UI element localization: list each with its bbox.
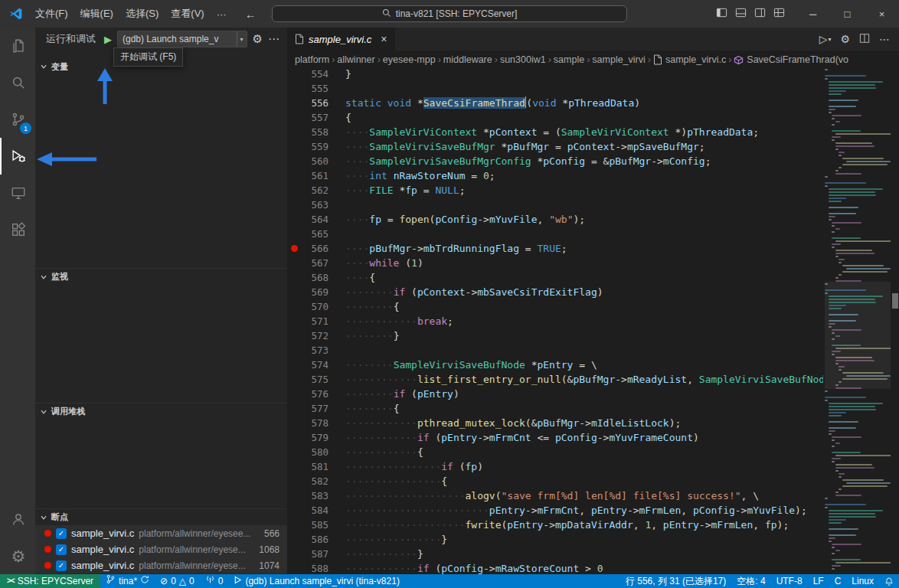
- code-line[interactable]: 563: [287, 198, 823, 212]
- code-line[interactable]: 583····················alogv("save frm[%…: [287, 488, 823, 503]
- breadcrumb-item[interactable]: sun300iw1: [500, 54, 546, 65]
- code-line[interactable]: 569········if (pContext->mbSaveCsiTrdExi…: [287, 285, 823, 299]
- breadcrumb-item[interactable]: platform: [295, 54, 329, 65]
- breakpoint-enabled-checkbox[interactable]: ✓: [56, 528, 67, 539]
- extensions-icon[interactable]: [0, 211, 35, 248]
- gutter[interactable]: [287, 241, 301, 256]
- editor-gear-icon[interactable]: ⚙: [840, 33, 850, 45]
- settings-gear-icon[interactable]: ⚙: [0, 537, 35, 574]
- toggle-secondary-sidebar-icon[interactable]: [754, 7, 766, 21]
- breakpoint-enabled-checkbox[interactable]: ✓: [56, 544, 67, 555]
- gutter[interactable]: [287, 299, 301, 314]
- command-center-search[interactable]: tina-v821 [SSH: EPYCServer]: [272, 5, 627, 22]
- gutter[interactable]: [287, 198, 301, 212]
- breakpoint-enabled-checkbox[interactable]: ✓: [56, 560, 67, 571]
- gutter[interactable]: [287, 372, 301, 387]
- run-and-debug-icon[interactable]: [0, 138, 35, 175]
- code-line[interactable]: 554}: [287, 69, 823, 81]
- gutter[interactable]: [287, 547, 301, 561]
- gutter[interactable]: [287, 314, 301, 328]
- code-line[interactable]: 567····while (1): [287, 256, 823, 270]
- code-line[interactable]: 574········SampleVirviSaveBufNode *pEntr…: [287, 358, 823, 372]
- code-line[interactable]: 579············if (pEntry->mFrmCnt <= pC…: [287, 430, 823, 445]
- code-line[interactable]: 580············{: [287, 445, 823, 459]
- tab-sample-virvi[interactable]: sample_virvi.c ×: [287, 28, 395, 51]
- breadcrumb-item[interactable]: sample_virvi: [592, 54, 645, 65]
- debug-config-select[interactable]: (gdb) Launch sample_v ▾: [117, 31, 247, 47]
- gutter[interactable]: [287, 154, 301, 168]
- minimap[interactable]: [825, 69, 891, 571]
- code-line[interactable]: 571············break;: [287, 314, 823, 328]
- gutter[interactable]: [287, 503, 301, 518]
- git-branch-indicator[interactable]: tina*: [100, 574, 155, 588]
- code-line[interactable]: 568····{: [287, 270, 823, 285]
- code-line[interactable]: 555: [287, 81, 823, 96]
- breadcrumb-item[interactable]: sample: [554, 54, 584, 65]
- remote-explorer-icon[interactable]: [0, 175, 35, 211]
- gutter[interactable]: [287, 139, 301, 154]
- code-line[interactable]: 588············if (pConfig->mRawStoreCou…: [287, 561, 823, 574]
- gutter[interactable]: [287, 212, 301, 227]
- gutter[interactable]: [287, 459, 301, 474]
- code-line[interactable]: 559····SampleVirviSaveBufMgr *pBufMgr = …: [287, 139, 823, 154]
- start-debugging-button[interactable]: ▶: [104, 34, 112, 45]
- customize-layout-icon[interactable]: [773, 7, 785, 21]
- gutter[interactable]: [287, 474, 301, 488]
- code-line[interactable]: 558····SampleVirViContext *pContext = (S…: [287, 125, 823, 139]
- gutter[interactable]: [287, 532, 301, 547]
- scrollbar[interactable]: [891, 69, 899, 574]
- source-control-icon[interactable]: 1: [0, 101, 35, 138]
- gutter[interactable]: [287, 168, 301, 183]
- code-line[interactable]: 578············pthread_mutex_lock(&pBufM…: [287, 416, 823, 430]
- gutter[interactable]: [287, 81, 301, 96]
- language-indicator[interactable]: C: [829, 574, 847, 588]
- code-line[interactable]: 577········{: [287, 401, 823, 416]
- code-line[interactable]: 562····FILE *fp = NULL;: [287, 183, 823, 198]
- menu-selection[interactable]: 选择(S): [119, 4, 165, 24]
- gutter[interactable]: [287, 518, 301, 532]
- gutter[interactable]: [287, 343, 301, 358]
- code-line[interactable]: 570········{: [287, 299, 823, 314]
- code-line[interactable]: 572········}: [287, 328, 823, 343]
- menu-more-menus[interactable]: ···: [211, 5, 233, 23]
- breadcrumb-item[interactable]: eyesee-mpp: [383, 54, 436, 65]
- breadcrumb-item[interactable]: allwinner: [337, 54, 374, 65]
- close-button[interactable]: ×: [865, 0, 899, 28]
- breakpoint-dot[interactable]: [291, 245, 298, 252]
- section-breakpoints[interactable]: 断点: [35, 508, 287, 525]
- explorer-icon[interactable]: [0, 28, 35, 64]
- code-editor[interactable]: 554}555556static void *SaveCsiFrameThrad…: [287, 69, 823, 574]
- minimize-button[interactable]: ─: [796, 0, 830, 28]
- gutter[interactable]: [287, 401, 301, 416]
- gutter[interactable]: [287, 96, 301, 110]
- notifications-bell-icon[interactable]: [879, 574, 899, 588]
- toggle-sidebar-icon[interactable]: [716, 7, 727, 21]
- tab-close-icon[interactable]: ×: [381, 33, 387, 45]
- gutter[interactable]: [287, 183, 301, 198]
- code-line[interactable]: 556static void *SaveCsiFrameThrad(void *…: [287, 96, 823, 110]
- split-editor-icon[interactable]: [859, 33, 870, 46]
- scrollbar-thumb[interactable]: [892, 293, 898, 309]
- code-line[interactable]: 566····pBufMgr->mbTrdRunningFlag = TRUE;: [287, 241, 823, 256]
- menu-file[interactable]: 文件(F): [29, 4, 74, 24]
- encoding-indicator[interactable]: UTF-8: [771, 574, 808, 588]
- remote-indicator[interactable]: >< SSH: EPYCServer: [0, 574, 100, 588]
- code-line[interactable]: 557{: [287, 110, 823, 125]
- cursor-position[interactable]: 行 556, 列 31 (已选择17): [620, 574, 731, 588]
- code-line[interactable]: 573: [287, 343, 823, 358]
- code-line[interactable]: 585····················fwrite(pEntry->mp…: [287, 518, 823, 532]
- gutter[interactable]: [287, 430, 301, 445]
- eol-indicator[interactable]: LF: [808, 574, 829, 588]
- os-indicator[interactable]: Linux: [846, 574, 879, 588]
- gutter[interactable]: [287, 256, 301, 270]
- search-icon[interactable]: [0, 64, 35, 101]
- gutter[interactable]: [287, 69, 301, 81]
- code-line[interactable]: 586················}: [287, 532, 823, 547]
- editor-more-icon[interactable]: ⋯: [879, 33, 890, 45]
- debug-gear-icon[interactable]: ⚙: [253, 32, 263, 46]
- gutter[interactable]: [287, 416, 301, 430]
- gutter[interactable]: [287, 328, 301, 343]
- debug-more-icon[interactable]: ⋯: [268, 32, 280, 46]
- section-call-stack[interactable]: 调用堆栈: [35, 403, 287, 420]
- gutter[interactable]: [287, 488, 301, 503]
